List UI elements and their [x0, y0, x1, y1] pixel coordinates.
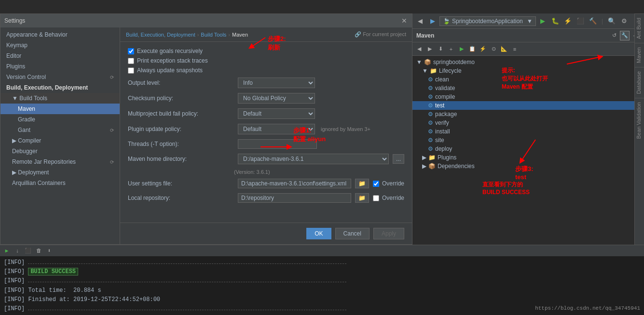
user-settings-input[interactable]	[238, 179, 351, 188]
maven-tool-8[interactable]: ⊙	[489, 44, 498, 54]
maven-tool-6[interactable]: 📋	[467, 44, 477, 54]
console-down-btn[interactable]: ↓	[13, 246, 22, 256]
run-config-dropdown[interactable]: 🍃 SpringbootdemoApplication ▼	[439, 16, 536, 26]
settings-btn[interactable]: ⚙	[618, 15, 630, 27]
sidebar-item-editor[interactable]: Editor	[0, 51, 120, 61]
sync-icon: ⟳	[110, 128, 114, 133]
ant-build-tab[interactable]: Ant Build	[635, 13, 644, 43]
multiproject-select[interactable]: DefaultFail FastFail Never	[238, 108, 315, 119]
dialog-close-button[interactable]: ✕	[400, 17, 408, 25]
maven-tool-2[interactable]: ▶	[425, 44, 435, 54]
user-settings-browse-btn[interactable]: 📁	[355, 179, 369, 188]
threads-label: Threads (-T option):	[128, 141, 234, 147]
plugins-label: Plugins	[438, 154, 456, 161]
local-repo-browse-btn[interactable]: 📁	[355, 193, 369, 203]
tree-deploy[interactable]: ⚙ deploy	[412, 144, 644, 153]
sidebar-item-version-control[interactable]: Version Control ⟳	[0, 72, 120, 82]
execute-goals-label[interactable]: Execute goals recursively	[137, 48, 203, 54]
sidebar-item-maven[interactable]: Maven	[0, 104, 120, 114]
output-level-label: Output level:	[128, 79, 234, 86]
apply-button[interactable]: Apply	[373, 228, 404, 239]
print-exception-label[interactable]: Print exception stack traces	[137, 57, 208, 64]
plugin-update-select[interactable]: DefaultAlwaysNever	[238, 124, 315, 134]
sidebar-item-compiler[interactable]: ▶ Compiler	[0, 135, 120, 146]
tree-clean[interactable]: ⚙ clean	[412, 75, 644, 84]
maven-header: Maven ↺ 🔧 ─	[412, 29, 644, 42]
tree-install[interactable]: ⚙ install	[412, 127, 644, 136]
local-repo-override-label[interactable]: Override	[382, 195, 404, 201]
sidebar-item-debugger[interactable]: Debugger	[0, 146, 120, 157]
sidebar-item-appearance[interactable]: Appearance & Behavior	[0, 29, 120, 40]
console-line-1: [INFO]	[4, 258, 640, 267]
build-btn[interactable]: 🔨	[587, 15, 599, 27]
output-level-select[interactable]: InfoDebugError	[238, 78, 315, 88]
sidebar-item-gradle[interactable]: Gradle	[0, 114, 120, 125]
sidebar-item-build-tools[interactable]: ▼ Build Tools	[0, 93, 120, 104]
maven-refresh-btn[interactable]: ↺	[609, 31, 619, 40]
sidebar-item-plugins[interactable]: Plugins	[0, 61, 120, 72]
panel-body: Execute goals recursively Print exceptio…	[120, 42, 412, 223]
debug-btn[interactable]: 🐛	[549, 15, 561, 27]
lifecycle-label: Lifecycle	[439, 67, 462, 74]
console-run-btn[interactable]: ▶	[2, 246, 12, 256]
threads-input[interactable]	[238, 139, 317, 149]
maven-tool-3[interactable]: ⬇	[436, 44, 445, 54]
tree-package[interactable]: ⚙ package	[412, 110, 644, 118]
maven-tool-9[interactable]: 📐	[499, 44, 509, 54]
tree-test[interactable]: ⚙ test	[412, 101, 644, 110]
search-everywhere-btn[interactable]: 🔍	[606, 15, 617, 27]
sidebar-item-remote-jar[interactable]: Remote Jar Repositories ⟳	[0, 157, 120, 167]
override-label[interactable]: Override	[382, 180, 404, 187]
ok-button[interactable]: OK	[306, 228, 331, 239]
run-btn[interactable]: ▶	[537, 15, 548, 27]
breadcrumb-part2[interactable]: Build Tools	[201, 32, 226, 38]
tree-lifecycle[interactable]: ▼ 📁 Lifecycle	[412, 66, 644, 75]
nav-forward-btn[interactable]: ▶	[427, 15, 438, 27]
sidebar-item-keymap[interactable]: Keymap	[0, 40, 120, 51]
maven-tool-7[interactable]: ⚡	[478, 44, 488, 54]
tree-verify[interactable]: ⚙ verify	[412, 118, 644, 127]
tree-site[interactable]: ⚙ site	[412, 136, 644, 144]
maven-tool-5[interactable]: ▶	[457, 44, 466, 54]
tree-root[interactable]: ▼ 📦 springbootdemo	[412, 58, 644, 66]
checksum-policy-select[interactable]: No Global PolicyStrictLax	[238, 93, 315, 104]
maven-tool-1[interactable]: ◀	[414, 44, 424, 54]
stop-btn[interactable]: ⬛	[575, 15, 586, 27]
console-scroll-end-btn[interactable]: ⬇	[44, 246, 54, 256]
local-repo-override-checkbox[interactable]	[373, 195, 379, 201]
maven-home-select[interactable]: D:/apache-maven-3.6.1	[238, 154, 389, 164]
nav-back-btn[interactable]: ◀	[414, 15, 426, 27]
maven-tool-4[interactable]: +	[446, 44, 456, 54]
coverage-btn[interactable]: ⚡	[562, 15, 574, 27]
site-label: site	[435, 137, 444, 144]
tree-dependencies[interactable]: ▶ 📦 Dependencies	[412, 162, 644, 171]
console-clear-btn[interactable]: 🗑	[34, 246, 43, 256]
gear-icon: ⚙	[428, 111, 433, 118]
sidebar-item-gant[interactable]: Gant ⟳	[0, 125, 120, 135]
update-snapshots-checkbox[interactable]	[128, 67, 134, 74]
database-side-tab[interactable]: Database	[635, 67, 644, 98]
cancel-button[interactable]: Cancel	[335, 228, 370, 239]
tree-plugins[interactable]: ▶ 📁 Plugins	[412, 153, 644, 162]
breadcrumb-part1[interactable]: Build, Execution, Deployment	[126, 32, 195, 38]
for-current-project[interactable]: 🔗 For current project	[355, 31, 406, 38]
print-exception-checkbox[interactable]	[128, 58, 134, 64]
bean-validation-tab[interactable]: Bean Validation	[635, 98, 644, 143]
maven-settings-btn[interactable]: 🔧	[620, 31, 630, 40]
user-settings-override-checkbox[interactable]	[373, 181, 379, 187]
maven-home-browse-btn[interactable]: ...	[393, 154, 404, 164]
maven-side-tab[interactable]: Maven	[635, 43, 644, 67]
maven-tool-10[interactable]: ≡	[510, 44, 520, 54]
breadcrumb: Build, Execution, Deployment › Build Too…	[120, 27, 412, 42]
sidebar-item-build-execution[interactable]: Build, Execution, Deployment	[0, 82, 120, 93]
execute-goals-checkbox[interactable]	[128, 48, 134, 54]
dialog-title-bar: Settings ✕	[0, 14, 412, 27]
tree-validate[interactable]: ⚙ validate	[412, 84, 644, 92]
update-snapshots-label[interactable]: Always update snapshots	[137, 67, 203, 74]
local-repo-row: Local repository: 📁 Override	[128, 193, 404, 203]
sidebar-item-arquillian[interactable]: Arquillian Containers	[0, 178, 120, 188]
sidebar-item-deployment[interactable]: ▶ Deployment	[0, 167, 120, 178]
local-repo-input[interactable]	[238, 193, 351, 203]
tree-compile[interactable]: ⚙ compile	[412, 92, 644, 101]
console-stop-btn[interactable]: ⬛	[23, 246, 33, 256]
